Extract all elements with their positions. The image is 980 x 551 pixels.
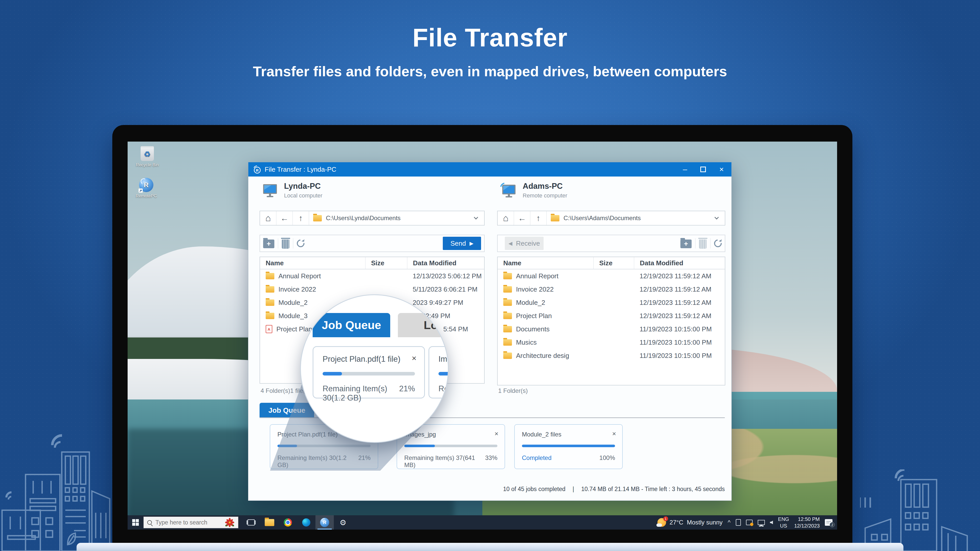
cancel-job-icon[interactable]: ×: [612, 430, 616, 438]
receive-button[interactable]: ◀ Receive: [505, 237, 544, 250]
speaker-muted-icon[interactable]: [770, 521, 773, 524]
refresh-button[interactable]: [713, 238, 723, 249]
hero-header: File Transfer Transfer files and folders…: [0, 23, 980, 79]
column-header-name[interactable]: Name: [260, 257, 365, 269]
delete-button[interactable]: [282, 240, 290, 249]
new-folder-button[interactable]: [680, 240, 692, 248]
file-row[interactable]: Annual Report 12/19/2023 11:59:12 AM: [498, 269, 725, 283]
back-icon[interactable]: ←: [277, 211, 293, 225]
home-icon[interactable]: ⌂: [498, 211, 514, 225]
weather-widget[interactable]: 1 27°C Mostly sunny: [657, 518, 723, 527]
job-title: Module_2 files: [522, 431, 615, 438]
send-arrow-icon: ▶: [469, 240, 473, 246]
gear-icon: ⚙: [340, 518, 347, 527]
new-folder-button[interactable]: [263, 240, 274, 248]
maximize-button[interactable]: [700, 167, 706, 172]
progress-bar: [404, 445, 497, 447]
delete-button-disabled[interactable]: [699, 240, 707, 249]
edge-button[interactable]: [297, 515, 315, 530]
folder-icon: [266, 313, 274, 319]
chevron-down-icon[interactable]: [474, 215, 478, 220]
table-header: Name Size Data Modified: [498, 257, 725, 269]
edge-icon: [302, 518, 310, 527]
remote-path-text: C:\Users\Adams\Documents: [563, 214, 641, 222]
remotepc-icon: R: [320, 518, 329, 527]
file-row[interactable]: Musics 11/19/2023 10:15:00 PM: [498, 336, 725, 349]
progress-bar: [438, 372, 449, 375]
folder-icon: [266, 300, 274, 306]
up-icon[interactable]: ↑: [293, 211, 309, 225]
folder-icon: [266, 286, 274, 292]
task-view-icon: [248, 519, 255, 526]
start-button[interactable]: [127, 515, 143, 530]
city-skyline-right-graphic: [860, 469, 980, 551]
remote-file-table: Name Size Data Modified Annual Report 12…: [497, 257, 725, 386]
file-row[interactable]: Documents 11/19/2023 10:15:00 PM: [498, 322, 725, 336]
remote-path-field[interactable]: C:\Users\Adams\Documents: [547, 214, 715, 222]
refresh-button[interactable]: [295, 238, 306, 249]
chrome-icon: [284, 518, 292, 527]
tablet-mode-icon[interactable]: [736, 519, 741, 526]
file-row[interactable]: Module_2 12/19/2023 11:59:12 AM: [498, 296, 725, 309]
weather-temp: 27°C: [670, 519, 683, 526]
table-header: Name Size Data Modified: [260, 257, 484, 269]
job-card: Module_2 files × Completed 100%: [514, 424, 623, 469]
window-titlebar[interactable]: R File Transfer : Lynda-PC – ×: [248, 162, 732, 176]
folder-icon: [266, 273, 274, 279]
toolbar-divider: [710, 238, 711, 248]
chrome-button[interactable]: [279, 515, 297, 530]
remote-computer-type: Remote computer: [523, 192, 567, 199]
home-icon[interactable]: ⌂: [260, 211, 277, 225]
remotepc-taskbar-button[interactable]: R: [315, 515, 334, 530]
receive-arrow-icon: ◀: [508, 240, 512, 246]
sync-status-icon[interactable]: [746, 519, 752, 525]
taskbar-search[interactable]: [143, 516, 239, 528]
file-row[interactable]: Architecture desig 11/19/2023 10:15:00 P…: [498, 349, 725, 362]
clock[interactable]: 12:50 PM 12/12/2023: [794, 516, 820, 529]
task-view-button[interactable]: [242, 515, 260, 530]
progress-bar: [522, 445, 615, 447]
desktop-icon-recycle-bin[interactable]: ♻ Recycle Bin: [133, 146, 161, 168]
job-percent: 21%: [358, 454, 371, 468]
column-header-modified[interactable]: Data Modified: [634, 257, 725, 269]
column-header-size[interactable]: Size: [593, 257, 634, 269]
job-status: Remaining Item(s) 30(1.2 GB): [277, 454, 358, 468]
folder-icon: [503, 353, 512, 359]
cancel-job-icon[interactable]: ×: [412, 354, 417, 363]
tray-expand-icon[interactable]: ^: [728, 519, 730, 526]
file-row[interactable]: Annual Report 12/13/2023 5:06:12 PM: [260, 269, 484, 283]
magnified-job-card: Project Plan.pdf(1 file) × Remaining Ite…: [313, 346, 425, 399]
cancel-job-icon[interactable]: ×: [495, 430, 498, 438]
job-status: Remaining Item(s) 30(1.2 GB): [323, 384, 399, 403]
file-explorer-button[interactable]: [260, 515, 279, 530]
magnified-tab-job-queue[interactable]: Job Queue: [313, 313, 390, 337]
up-icon[interactable]: ↑: [530, 211, 547, 225]
minimize-button[interactable]: –: [683, 165, 687, 173]
chevron-down-icon[interactable]: [714, 215, 719, 220]
file-row[interactable]: Invoice 2022 5/11/2023 6:06:21 PM: [260, 283, 484, 296]
search-input[interactable]: [156, 519, 221, 526]
file-row[interactable]: Invoice 2022 12/19/2023 11:59:12 AM: [498, 283, 725, 296]
column-header-size[interactable]: Size: [365, 257, 407, 269]
poinsettia-search-highlight-icon[interactable]: [225, 518, 234, 527]
network-display-icon[interactable]: [758, 520, 765, 525]
desktop-icon-remotepc[interactable]: R ↗ RemotePC: [132, 178, 160, 199]
tab-job-queue[interactable]: Job Queue: [259, 403, 314, 418]
column-header-name[interactable]: Name: [498, 257, 593, 269]
status-divider: |: [573, 486, 574, 492]
receive-label: Receive: [516, 240, 540, 248]
back-icon[interactable]: ←: [514, 211, 530, 225]
file-row[interactable]: Project Plan 12/19/2023 11:59:12 AM: [498, 309, 725, 322]
local-path-field[interactable]: C:\Users\Lynda\Documents: [309, 214, 474, 222]
folder-icon: [503, 286, 512, 292]
laptop-frame: ♻ Recycle Bin R ↗ RemotePC R File Transf…: [112, 125, 853, 543]
column-header-modified[interactable]: Data Modified: [407, 257, 484, 269]
remotepc-app-icon: R: [252, 165, 262, 174]
local-path-text: C:\Users\Lynda\Documents: [326, 214, 401, 222]
settings-button[interactable]: ⚙: [334, 515, 352, 530]
send-button[interactable]: Send ▶: [443, 237, 481, 250]
send-label: Send: [450, 240, 466, 248]
language-indicator[interactable]: ENG US: [778, 516, 789, 529]
notification-center-icon[interactable]: 2: [825, 519, 832, 526]
close-button[interactable]: ×: [719, 165, 724, 173]
